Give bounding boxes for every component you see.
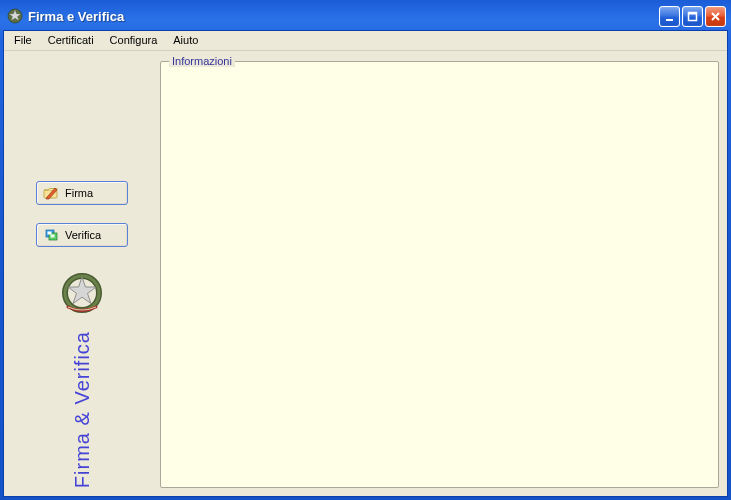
- pen-folder-icon: [43, 185, 59, 201]
- sidebar: Firma Verifica: [12, 61, 152, 488]
- close-button[interactable]: [705, 6, 726, 27]
- client-area: File Certificati Configura Aiuto Firma: [3, 30, 728, 497]
- menu-bar: File Certificati Configura Aiuto: [4, 31, 727, 51]
- emblem-icon: [58, 269, 106, 317]
- verifica-button-label: Verifica: [65, 229, 101, 241]
- svg-rect-8: [51, 234, 55, 237]
- informazioni-panel: Informazioni: [160, 61, 719, 488]
- menu-aiuto[interactable]: Aiuto: [165, 32, 206, 48]
- window-title: Firma e Verifica: [28, 9, 659, 24]
- brand-vertical-text: Firma & Verifica: [71, 331, 94, 488]
- informazioni-legend: Informazioni: [169, 55, 235, 67]
- minimize-button[interactable]: [659, 6, 680, 27]
- title-bar[interactable]: Firma e Verifica: [3, 3, 728, 30]
- main-panel: Informazioni: [160, 61, 719, 488]
- content-area: Firma Verifica: [4, 51, 727, 496]
- menu-file[interactable]: File: [6, 32, 40, 48]
- maximize-button[interactable]: [682, 6, 703, 27]
- svg-rect-3: [689, 12, 697, 14]
- menu-certificati[interactable]: Certificati: [40, 32, 102, 48]
- firma-button-label: Firma: [65, 187, 93, 199]
- app-window: Firma e Verifica File Certificati Config…: [0, 0, 731, 500]
- app-icon: [7, 8, 23, 24]
- window-controls: [659, 6, 726, 27]
- verifica-icon: [43, 227, 59, 243]
- svg-rect-1: [666, 19, 673, 21]
- svg-rect-7: [48, 231, 52, 234]
- verifica-button[interactable]: Verifica: [36, 223, 128, 247]
- firma-button[interactable]: Firma: [36, 181, 128, 205]
- menu-configura[interactable]: Configura: [102, 32, 166, 48]
